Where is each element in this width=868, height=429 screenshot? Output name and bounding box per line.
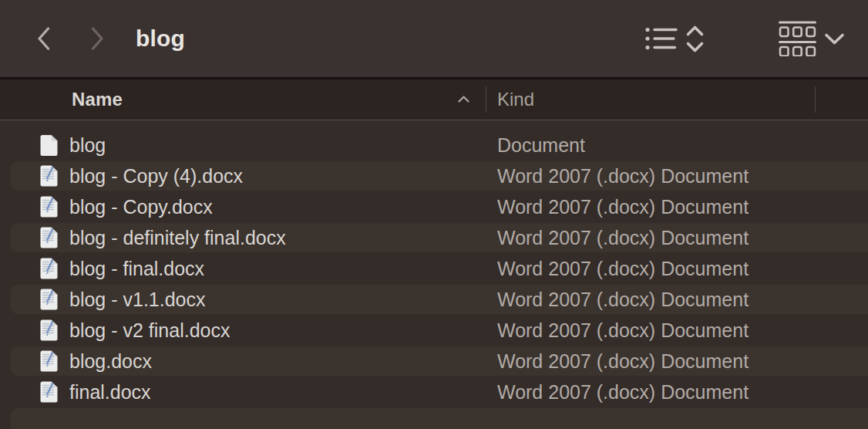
file-row[interactable]: blog.docx Word 2007 (.docx) Document: [0, 346, 868, 377]
column-divider[interactable]: [815, 86, 816, 113]
file-kind: Document: [497, 134, 585, 157]
chevron-left-icon: [37, 27, 50, 50]
finder-window: blog: [0, 0, 868, 429]
file-name: blog - v1.1.docx: [69, 289, 206, 311]
file-name: blog: [69, 134, 106, 157]
word-document-icon: [40, 258, 58, 279]
list-view-icon: [645, 26, 678, 51]
file-kind: Word 2007 (.docx) Document: [497, 350, 749, 373]
group-by-grid-icon: [779, 21, 816, 56]
toolbar-tools: [645, 15, 845, 62]
file-name-cell: blog: [0, 134, 497, 157]
word-document-icon: [40, 165, 58, 187]
column-divider[interactable]: [486, 86, 486, 113]
file-row[interactable]: final.docx Word 2007 (.docx) Document: [0, 377, 868, 407]
plain-document-icon: [40, 134, 58, 156]
file-kind: Word 2007 (.docx) Document: [497, 319, 749, 342]
file-name: blog - Copy (4).docx: [69, 165, 243, 187]
file-kind: Word 2007 (.docx) Document: [497, 227, 749, 249]
column-header-row: Name Kind: [0, 79, 868, 120]
file-name: blog - definitely final.docx: [69, 227, 286, 249]
file-name-cell: blog - definitely final.docx: [0, 227, 497, 249]
file-name: blog - v2 final.docx: [69, 319, 230, 342]
file-kind: Word 2007 (.docx) Document: [497, 165, 749, 187]
file-name: blog.docx: [69, 350, 152, 373]
file-row[interactable]: blog Document: [0, 130, 868, 160]
word-document-icon: [40, 289, 58, 310]
word-document-icon: [40, 319, 58, 341]
word-document-icon: [40, 350, 58, 372]
empty-row: [0, 407, 868, 429]
file-name-cell: blog - v2 final.docx: [0, 319, 497, 342]
file-name-cell: final.docx: [0, 381, 497, 404]
file-row[interactable]: blog - Copy.docx Word 2007 (.docx) Docum…: [0, 191, 868, 222]
chevron-down-icon: [824, 32, 845, 46]
chevron-up-down-icon: [685, 25, 705, 53]
toolbar: blog: [0, 0, 868, 77]
file-name-cell: blog - v1.1.docx: [0, 289, 497, 311]
file-kind: Word 2007 (.docx) Document: [497, 289, 749, 311]
word-document-icon: [40, 196, 58, 218]
file-row[interactable]: blog - definitely final.docx Word 2007 (…: [0, 222, 868, 253]
window-title: blog: [136, 25, 185, 52]
file-name: blog - Copy.docx: [69, 196, 213, 218]
word-document-icon: [40, 381, 58, 403]
back-button[interactable]: [32, 23, 54, 54]
column-header-name[interactable]: Name: [72, 89, 123, 110]
file-name: final.docx: [69, 381, 151, 404]
file-name-cell: blog - Copy.docx: [0, 196, 497, 218]
list-view-sort-button[interactable]: [645, 15, 705, 62]
file-kind: Word 2007 (.docx) Document: [497, 381, 749, 404]
column-header-kind[interactable]: Kind: [497, 89, 534, 110]
file-kind: Word 2007 (.docx) Document: [497, 258, 749, 280]
file-name-cell: blog - final.docx: [0, 258, 497, 280]
file-name: blog - final.docx: [69, 258, 204, 280]
file-list: blog Document blog - Copy (4).docx Word …: [0, 120, 868, 429]
group-by-button[interactable]: [779, 15, 845, 62]
file-row[interactable]: blog - final.docx Word 2007 (.docx) Docu…: [0, 253, 868, 284]
file-row[interactable]: blog - v2 final.docx Word 2007 (.docx) D…: [0, 315, 868, 346]
sort-ascending-icon: [457, 93, 470, 106]
file-name-cell: blog - Copy (4).docx: [0, 165, 497, 187]
chevron-right-icon: [91, 27, 104, 50]
file-kind: Word 2007 (.docx) Document: [497, 196, 749, 218]
word-document-icon: [40, 227, 58, 248]
file-row[interactable]: blog - Copy (4).docx Word 2007 (.docx) D…: [0, 160, 868, 191]
forward-button[interactable]: [86, 23, 108, 54]
file-name-cell: blog.docx: [0, 350, 497, 373]
file-row[interactable]: blog - v1.1.docx Word 2007 (.docx) Docum…: [0, 284, 868, 315]
